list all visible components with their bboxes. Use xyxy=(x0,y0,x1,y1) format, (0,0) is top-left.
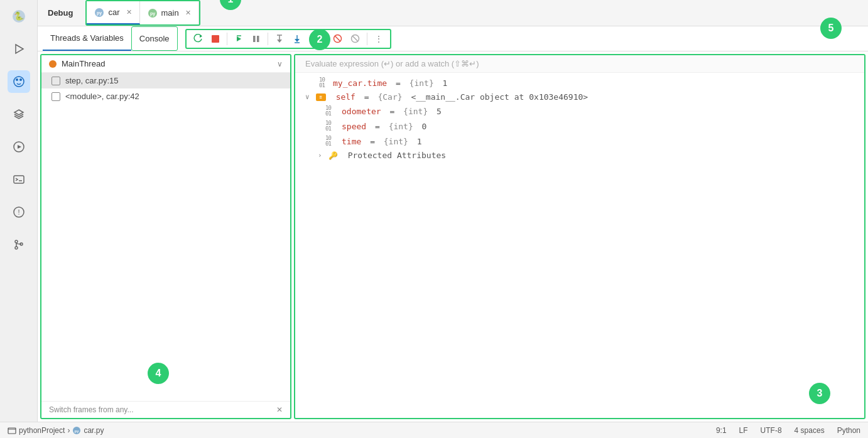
svg-point-3 xyxy=(14,77,24,87)
svg-marker-28 xyxy=(277,40,282,43)
encoding[interactable]: UTF-8 xyxy=(761,426,782,435)
svg-rect-25 xyxy=(253,36,256,42)
thread-header: MainThread ∨ xyxy=(41,55,290,73)
frame-item-1[interactable]: <module>, car.py:42 xyxy=(41,88,290,104)
python-logo-icon[interactable]: 🐍 xyxy=(8,5,30,28)
switch-frames-label: Switch frames from any... xyxy=(49,405,133,414)
project-folder-icon xyxy=(8,426,16,435)
var-row-3: 1001 speed = {int} 0 xyxy=(295,119,864,134)
svg-text:py: py xyxy=(97,11,102,16)
svg-rect-22 xyxy=(212,35,219,43)
step-into-button[interactable] xyxy=(272,31,287,46)
var-value-4: 1 xyxy=(417,137,422,146)
int-icon-0: 1001 xyxy=(319,77,329,88)
int-icon-4: 1001 xyxy=(325,136,335,147)
var-value-0: 1 xyxy=(443,78,448,88)
status-right: 9:1 LF UTF-8 4 spaces Python xyxy=(716,426,860,435)
svg-text:py: py xyxy=(75,429,80,433)
svg-marker-23 xyxy=(237,36,241,41)
svg-line-39 xyxy=(352,36,358,41)
svg-point-13 xyxy=(15,247,18,249)
var-name-4: time xyxy=(342,137,361,146)
svg-marker-7 xyxy=(18,145,21,149)
var-type-0: {int} xyxy=(410,78,439,88)
step-over-button[interactable] xyxy=(231,31,246,46)
run-sidebar-icon[interactable] xyxy=(8,38,30,60)
file-label: car.py xyxy=(84,426,104,435)
stop-button[interactable] xyxy=(208,31,223,46)
restart-button[interactable] xyxy=(190,31,205,46)
svg-text:🐍: 🐍 xyxy=(14,11,24,21)
var-row-2: 1001 odometer = {int} 5 xyxy=(295,104,864,119)
separator-1 xyxy=(227,33,227,45)
svg-rect-40 xyxy=(8,428,16,434)
terminal-sidebar-icon[interactable] xyxy=(8,168,30,191)
thread-name: MainThread xyxy=(62,59,272,68)
var-eq-4: = xyxy=(365,137,379,146)
frame-icon-0 xyxy=(52,77,60,85)
variables-panel: Evaluate expression (↵) or add a watch (… xyxy=(294,54,865,419)
key-icon-5: 🔑 xyxy=(328,151,338,160)
svg-point-12 xyxy=(15,240,18,243)
var-name-0: my_car.time xyxy=(333,78,387,88)
debug-sidebar-icon[interactable] xyxy=(8,70,30,93)
line-ending[interactable]: LF xyxy=(739,426,748,435)
tab-car-close[interactable]: ✕ xyxy=(126,8,132,16)
debug-body: 4 3 MainThread ∨ step, car.py:15 <module… xyxy=(38,51,868,422)
console-tab[interactable]: Console xyxy=(131,26,178,51)
var-name-3: speed xyxy=(342,122,366,131)
svg-point-5 xyxy=(19,78,22,81)
alert-sidebar-icon[interactable]: ! xyxy=(8,201,30,223)
expand-arrow-1[interactable]: ∨ xyxy=(305,93,310,101)
separator-4 xyxy=(367,33,367,45)
frame-item-0[interactable]: step, car.py:15 xyxy=(41,73,290,88)
annotation-3: 3 xyxy=(809,383,830,404)
var-type-2: {int} xyxy=(403,107,433,116)
var-value-1: <__main__.Car object at 0x103e46910> xyxy=(411,92,588,102)
var-row-5: › 🔑 Protected Attributes xyxy=(295,149,864,162)
tab-main[interactable]: py main ✕ xyxy=(140,1,199,24)
variables-content: 1001 my_car.time = {int} 1 ∨ ≡ self = {C xyxy=(295,73,864,418)
play-sidebar-icon[interactable] xyxy=(8,136,30,158)
svg-rect-26 xyxy=(257,36,259,42)
layers-sidebar-icon[interactable] xyxy=(8,103,30,126)
threads-footer: Switch frames from any... ✕ xyxy=(41,401,290,418)
var-value-3: 0 xyxy=(422,122,427,131)
pause-button[interactable] xyxy=(249,31,264,46)
threads-panel: MainThread ∨ step, car.py:15 <module>, c… xyxy=(40,54,291,419)
expand-arrow-5[interactable]: › xyxy=(318,151,322,159)
git-sidebar-icon[interactable] xyxy=(8,233,30,256)
more-button[interactable]: ⋮ xyxy=(371,31,386,46)
frame-icon-1 xyxy=(52,92,60,101)
svg-text:!: ! xyxy=(18,208,19,216)
tab-car[interactable]: py car ✕ xyxy=(87,1,139,24)
tab-main-close[interactable]: ✕ xyxy=(185,9,191,17)
python-file-icon: py xyxy=(72,426,81,435)
language[interactable]: Python xyxy=(837,426,860,435)
separator-2 xyxy=(268,33,268,45)
footer-close-icon[interactable]: ✕ xyxy=(276,405,283,414)
thread-chevron-icon[interactable]: ∨ xyxy=(277,60,283,68)
mute-breakpoints-button[interactable] xyxy=(330,31,345,46)
eval-bar: Evaluate expression (↵) or add a watch (… xyxy=(295,55,864,73)
svg-marker-2 xyxy=(16,45,23,53)
var-type-4: {int} xyxy=(384,137,413,146)
svg-text:py: py xyxy=(149,11,155,16)
var-eq-1: = xyxy=(359,92,374,102)
tab-bar: 1 Debug py car ✕ py main xyxy=(38,0,868,26)
tab-main-label: main xyxy=(161,8,179,18)
svg-line-37 xyxy=(335,36,340,41)
var-eq-2: = xyxy=(385,107,399,116)
content-area: 1 Debug py car ✕ py main xyxy=(38,0,868,422)
var-value-2: 5 xyxy=(437,107,442,116)
disable-breakpoints-button[interactable] xyxy=(348,31,363,46)
threads-tab[interactable]: Threads & Variables xyxy=(43,26,131,51)
tabs-container: py car ✕ py main ✕ xyxy=(85,0,200,26)
eval-placeholder: Evaluate expression (↵) or add a watch (… xyxy=(305,59,479,68)
indentation[interactable]: 4 spaces xyxy=(795,426,825,435)
project-label: pythonProject xyxy=(19,426,65,435)
annotation-1: 1 xyxy=(220,0,241,10)
var-row-4: 1001 time = {int} 1 xyxy=(295,134,864,149)
cursor-position[interactable]: 9:1 xyxy=(716,426,727,435)
step-out-down-button[interactable] xyxy=(290,31,305,46)
